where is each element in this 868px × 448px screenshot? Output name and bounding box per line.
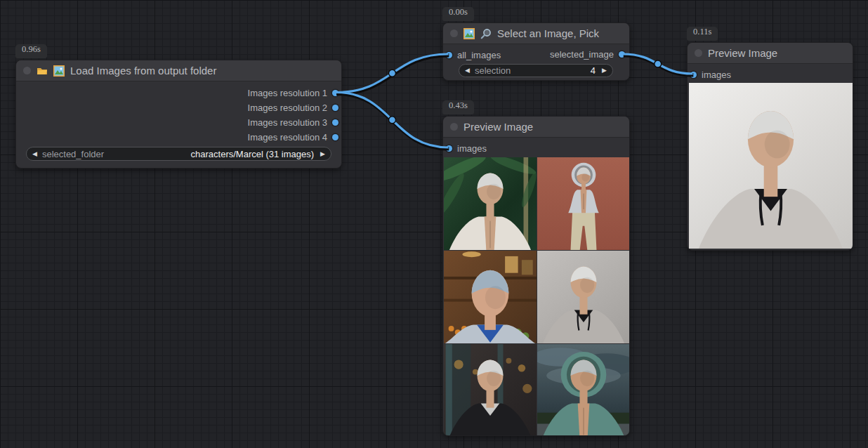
widget-right-arrow-icon[interactable]: ▶ (602, 67, 607, 74)
node-select-image[interactable]: 0.00s Select an Image, Pick all_imag (442, 22, 630, 81)
input-connector-dot[interactable] (690, 72, 697, 78)
widget-value: characters/Marcel (31 images) (191, 149, 315, 159)
node-preview-image-grid[interactable]: 0.43s Preview Image images (442, 116, 630, 436)
link-midpoint-dot[interactable] (389, 70, 396, 77)
generated-portrait (444, 344, 537, 436)
execution-time-badge: 0.00s (442, 7, 474, 21)
output-slot-resolution-1: Images resolution 1 (16, 86, 341, 100)
widget-left-arrow-icon[interactable]: ◀ (465, 67, 470, 74)
preview-image-selected[interactable] (689, 83, 853, 249)
output-connector-dot[interactable] (332, 90, 338, 96)
widget-label: selected_folder (42, 149, 104, 159)
preview-image-2[interactable] (537, 157, 630, 250)
execution-time-badge: 0.11s (687, 27, 718, 41)
preview-image-grid (444, 157, 630, 436)
output-slot-label: Images resolution 2 (248, 103, 327, 113)
input-connector-dot[interactable] (446, 52, 452, 58)
generated-portrait (444, 251, 537, 343)
widget-value: 4 (591, 65, 596, 76)
preview-image-4[interactable] (537, 251, 630, 343)
input-slot-label: images (457, 143, 487, 154)
link-shadow (336, 93, 449, 149)
node-title-bar[interactable]: Preview Image (688, 43, 853, 64)
node-title: Preview Image (708, 47, 777, 59)
node-preview-image-single[interactable]: 0.11s Preview Image images (687, 42, 853, 251)
preview-image-5[interactable] (444, 344, 537, 436)
generated-portrait (537, 157, 630, 250)
preview-image-6[interactable] (537, 344, 630, 436)
execution-time-badge: 0.96s (15, 44, 47, 58)
collapse-dot[interactable] (695, 49, 702, 57)
widget-label: selection (475, 65, 511, 76)
output-slot-resolution-4: Images resolution 4 (16, 130, 341, 145)
link-shadow (624, 55, 694, 75)
node-graph-canvas[interactable]: 0.96s Load Images from output folder Ima… (0, 0, 868, 448)
input-slot-label: images (702, 70, 731, 80)
node-title-bar[interactable]: Load Images from output folder (16, 60, 341, 81)
preview-image-3[interactable] (444, 251, 537, 343)
node-load-images[interactable]: 0.96s Load Images from output folder Ima… (15, 60, 342, 169)
widget-left-arrow-icon[interactable]: ◀ (32, 151, 37, 157)
generated-portrait (444, 157, 537, 250)
node-title: Select an Image, Pick (497, 27, 599, 39)
output-connector-dot[interactable] (332, 134, 338, 140)
image-icon (463, 28, 475, 39)
link-resolution1-to-preview-grid-images[interactable] (336, 93, 449, 148)
node-title-bar[interactable]: Preview Image (443, 117, 629, 138)
preview-image-1[interactable] (444, 157, 537, 250)
input-slot-all-images: all_images (443, 47, 501, 62)
input-slot-label: all_images (457, 50, 501, 60)
execution-time-badge: 0.43s (442, 100, 474, 114)
output-slot-label: Images resolution 3 (248, 117, 327, 128)
output-connector-dot[interactable] (619, 51, 625, 58)
output-slot-resolution-2: Images resolution 2 (16, 100, 341, 115)
widget-right-arrow-icon[interactable]: ▶ (320, 151, 325, 157)
node-title: Preview Image (463, 121, 533, 133)
link-midpoint-dot[interactable] (389, 117, 396, 124)
node-title: Load Images from output folder (70, 65, 216, 77)
selection-widget[interactable]: ◀ selection 4 ▶ (459, 64, 613, 77)
generated-portrait (537, 251, 630, 343)
collapse-dot[interactable] (450, 123, 458, 131)
collapse-dot[interactable] (450, 29, 458, 37)
output-connector-dot[interactable] (332, 119, 338, 126)
collapse-dot[interactable] (23, 67, 31, 74)
output-slot-selected-image: selected_image (550, 47, 629, 62)
generated-portrait (537, 344, 630, 436)
input-slot-images: images (443, 140, 629, 156)
generated-portrait (689, 83, 853, 249)
link-midpoint-dot[interactable] (655, 60, 662, 67)
output-slot-label: selected_image (550, 49, 614, 60)
magnifier-icon (480, 28, 492, 39)
link-resolution1-to-all_images[interactable] (336, 54, 449, 93)
image-icon (53, 65, 65, 77)
node-title-bar[interactable]: Select an Image, Pick (443, 23, 629, 44)
open-folder-icon (37, 65, 48, 77)
output-slot-label: Images resolution 4 (248, 132, 327, 143)
selected-folder-widget[interactable]: ◀ selected_folder characters/Marcel (31 … (26, 147, 331, 161)
output-slot-resolution-3: Images resolution 3 (16, 115, 341, 130)
output-connector-dot[interactable] (332, 105, 338, 111)
input-slot-images: images (688, 67, 853, 82)
link-selected_image-to-preview-single-images[interactable] (623, 54, 693, 74)
output-slot-label: Images resolution 1 (248, 88, 327, 98)
input-connector-dot[interactable] (446, 145, 452, 152)
link-shadow (336, 55, 449, 94)
